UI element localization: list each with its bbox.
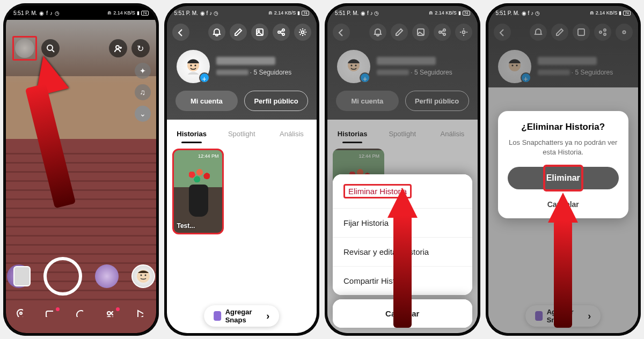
- phone-step-4: 5:51 P. M.◉ f ♪ ◷ ⋒2.14 KB/S▮74 + · 5 Se…: [486, 3, 641, 336]
- back-button[interactable]: [172, 24, 189, 41]
- followers-text: · 5 Seguidores: [216, 69, 292, 76]
- lens-right-2[interactable]: [131, 264, 155, 288]
- phone-step-2: 5:51 P. M.◉ f ♪ ◷ ⋒2.14 KB/S▮74 + · 5 Se…: [164, 3, 320, 336]
- profile-avatar-button[interactable]: [15, 39, 34, 58]
- flash-button[interactable]: ✦: [135, 63, 151, 79]
- battery: 74: [463, 11, 470, 16]
- status-time: 5:51 P. M.: [335, 10, 358, 16]
- highlight-box: [543, 165, 584, 191]
- tab-analisis[interactable]: Análisis: [267, 130, 317, 143]
- tiktok-icon: ♪: [50, 10, 53, 16]
- nav-chat[interactable]: [45, 308, 57, 321]
- stories-grid: 12:44 PM Test... Agregar Snaps ›: [167, 143, 317, 333]
- tutorial-arrow-shaft: [554, 220, 572, 328]
- tutorial-arrow-shaft: [393, 215, 412, 328]
- svg-point-17: [190, 64, 192, 66]
- camera-side-tools: ✦ ♫ ⌄: [135, 63, 151, 122]
- tab-historias[interactable]: Historias: [167, 130, 217, 143]
- status-bar: 5:51 P. M.◉ f ♪ ◷ ⋒2.14 KB/S▮74: [488, 6, 639, 20]
- photo-button[interactable]: [251, 24, 268, 41]
- tutorial-arrow-head: [548, 193, 578, 223]
- status-time: 5:51 P. M.: [496, 10, 519, 16]
- chevron-left-icon: [177, 28, 185, 36]
- net-speed: 2.14 KB/S: [113, 10, 135, 16]
- gear-icon: [298, 28, 307, 36]
- status-time: 5:51 P. M.: [13, 10, 37, 16]
- search-icon: [46, 44, 55, 53]
- svg-point-8: [107, 312, 111, 315]
- svg-point-12: [278, 31, 280, 33]
- notify-button[interactable]: [208, 24, 225, 41]
- modal-title: ¿Eliminar Historia?: [508, 122, 619, 132]
- add-snaps-button[interactable]: Agregar Snaps ›: [204, 305, 279, 327]
- svg-rect-6: [46, 311, 53, 317]
- story-time: 12:44 PM: [198, 153, 219, 159]
- status-bar: 5:51 P. M. ◉ f ♪ ◷ ⋒ 2.14 KB/S ▮ 74: [6, 6, 156, 20]
- svg-point-7: [77, 311, 83, 317]
- bitmoji-avatar[interactable]: +: [177, 50, 210, 83]
- story-card[interactable]: 12:44 PM Test...: [172, 149, 224, 234]
- svg-point-3: [140, 275, 142, 276]
- add-snaps-icon: [214, 311, 221, 321]
- net-speed: 2.14 KB/S: [596, 10, 618, 16]
- share-icon: [277, 28, 286, 36]
- clock-icon: ◷: [55, 10, 60, 16]
- add-snaps-label: Agregar Snaps: [225, 308, 262, 324]
- add-friend-button[interactable]: [109, 39, 127, 57]
- lens-right-1[interactable]: [95, 264, 119, 288]
- status-bar: 5:51 P. M.◉ f ♪ ◷ ⋒2.14 KB/S▮74: [327, 6, 478, 20]
- edit-button[interactable]: [230, 24, 247, 41]
- whatsapp-icon: ◉: [39, 10, 44, 16]
- svg-point-5: [20, 312, 22, 314]
- status-time: 5:51 P. M.: [174, 10, 198, 16]
- phone-step-1: 5:51 P. M. ◉ f ♪ ◷ ⋒ 2.14 KB/S ▮ 74: [3, 3, 159, 336]
- tab-spotlight[interactable]: Spotlight: [217, 130, 267, 143]
- image-icon: [255, 28, 264, 36]
- bell-icon: [213, 28, 221, 36]
- svg-point-9: [112, 312, 113, 315]
- more-tools-button[interactable]: ⌄: [135, 106, 151, 122]
- share-button[interactable]: [273, 24, 290, 41]
- bottom-nav: [6, 301, 156, 329]
- add-friend-icon: [114, 44, 122, 53]
- public-profile-button[interactable]: Perfil público: [244, 91, 308, 111]
- modal-confirm-button[interactable]: Eliminar: [508, 167, 619, 189]
- tutorial-arrow-head: [387, 188, 418, 218]
- battery: 74: [302, 11, 309, 16]
- nav-discover[interactable]: [75, 308, 87, 321]
- wifi-icon: ⋒: [107, 10, 112, 16]
- highlight-box: [12, 36, 37, 61]
- nav-map[interactable]: [14, 308, 27, 321]
- camera-viewfinder: ↻ ✦ ♫ ⌄: [6, 20, 156, 333]
- nav-play[interactable]: [135, 308, 148, 321]
- my-account-button[interactable]: Mi cuenta: [175, 91, 238, 111]
- net-speed: 2.14 KB/S: [435, 10, 457, 16]
- music-button[interactable]: ♫: [135, 84, 151, 100]
- svg-point-1: [116, 46, 119, 49]
- facebook-icon: f: [46, 10, 48, 16]
- battery: 74: [623, 11, 631, 16]
- story-label: Test...: [177, 222, 195, 230]
- memories-button[interactable]: [13, 266, 31, 286]
- signal-icon: ▮: [137, 10, 140, 16]
- flip-icon: ↻: [137, 43, 144, 54]
- battery: 74: [141, 11, 149, 16]
- profile-tabs: Historias Spotlight Análisis: [167, 120, 317, 143]
- face-icon: [136, 269, 151, 284]
- username-redacted: [216, 57, 275, 65]
- nav-friends[interactable]: [105, 308, 118, 321]
- svg-point-15: [302, 31, 304, 34]
- add-bitmoji-icon: +: [199, 72, 210, 83]
- svg-point-18: [194, 64, 196, 66]
- chevron-right-icon: ›: [266, 311, 269, 322]
- svg-point-4: [144, 275, 146, 276]
- net-speed: 2.14 KB/S: [274, 10, 296, 16]
- modal-body: Los Snapchatters ya no podrán ver esta H…: [508, 138, 619, 157]
- profile-header: + · 5 Seguidores Mi cuenta Perfil públic…: [167, 20, 317, 120]
- shutter-button[interactable]: [43, 257, 82, 296]
- pencil-icon: [234, 28, 243, 36]
- phone-step-3: 5:51 P. M.◉ f ♪ ◷ ⋒2.14 KB/S▮74 + · 5 Se…: [325, 3, 480, 336]
- flip-camera-button[interactable]: ↻: [131, 39, 150, 57]
- settings-button[interactable]: [294, 24, 311, 41]
- svg-point-0: [47, 45, 53, 50]
